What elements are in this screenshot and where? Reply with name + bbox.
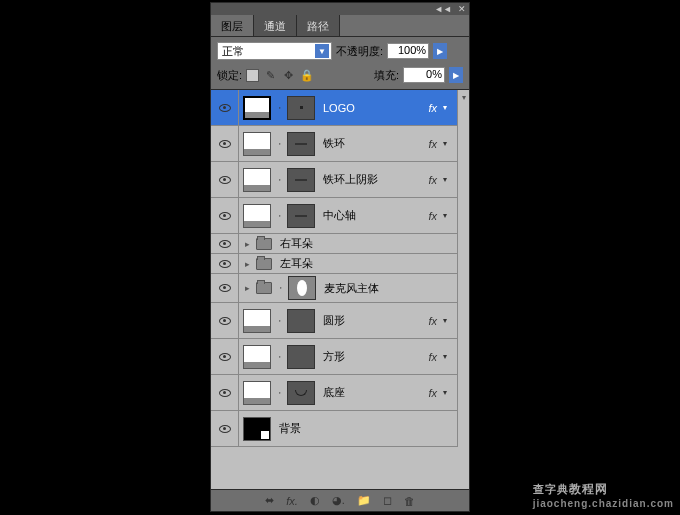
layer-row[interactable]: ▸左耳朵 (211, 254, 457, 274)
tab-paths[interactable]: 路径 (297, 15, 340, 36)
fx-expand-icon[interactable]: ▾ (443, 211, 453, 220)
visibility-toggle[interactable] (211, 254, 239, 273)
visibility-toggle[interactable] (211, 198, 239, 233)
mask-thumb[interactable] (287, 309, 315, 333)
link-icon[interactable]: ⬞ (275, 173, 283, 187)
fill-slider-btn[interactable]: ▶ (449, 67, 463, 83)
layer-thumb[interactable] (243, 309, 271, 333)
fx-menu-icon[interactable]: fx. (286, 495, 298, 507)
fx-expand-icon[interactable]: ▾ (443, 388, 453, 397)
mask-thumb[interactable] (287, 132, 315, 156)
layer-name[interactable]: 圆形 (319, 313, 424, 328)
mask-thumb[interactable] (287, 96, 315, 120)
opacity-slider-btn[interactable]: ▶ (433, 43, 447, 59)
visibility-toggle[interactable] (211, 411, 239, 446)
layer-thumb[interactable] (243, 204, 271, 228)
trash-icon[interactable]: 🗑 (404, 495, 415, 507)
link-icon[interactable]: ⬞ (275, 209, 283, 223)
visibility-toggle[interactable] (211, 162, 239, 197)
fx-badge[interactable]: fx (428, 315, 439, 327)
layer-thumb[interactable] (243, 345, 271, 369)
layer-thumb[interactable] (243, 132, 271, 156)
layer-name[interactable]: 中心轴 (319, 208, 424, 223)
mask-thumb[interactable] (288, 276, 316, 300)
tab-channels[interactable]: 通道 (254, 15, 297, 36)
fx-badge[interactable]: fx (428, 210, 439, 222)
lock-transparency-icon[interactable] (246, 69, 259, 82)
layer-row[interactable]: ⬞中心轴fx▾ (211, 198, 457, 234)
eye-icon (219, 140, 231, 148)
link-icon[interactable]: ⬞ (275, 386, 283, 400)
layer-name[interactable]: 背景 (275, 421, 453, 436)
mask-thumb[interactable] (287, 345, 315, 369)
fx-expand-icon[interactable]: ▾ (443, 139, 453, 148)
layer-row[interactable]: ⬞铁环fx▾ (211, 126, 457, 162)
eye-icon (219, 353, 231, 361)
link-icon[interactable]: ⬞ (275, 137, 283, 151)
link-layers-icon[interactable]: ⬌ (265, 494, 274, 507)
fx-badge[interactable]: fx (428, 387, 439, 399)
layer-name[interactable]: 铁环上阴影 (319, 172, 424, 187)
layer-row[interactable]: ⬞铁环上阴影fx▾ (211, 162, 457, 198)
visibility-toggle[interactable] (211, 303, 239, 338)
new-layer-icon[interactable]: ◻ (383, 494, 392, 507)
fx-expand-icon[interactable]: ▾ (443, 175, 453, 184)
layer-thumb[interactable] (243, 381, 271, 405)
link-icon[interactable]: ⬞ (275, 350, 283, 364)
layer-name[interactable]: 左耳朵 (276, 256, 453, 271)
layer-name[interactable]: LOGO (319, 102, 424, 114)
expand-icon[interactable]: ▸ (243, 239, 252, 249)
layer-thumb[interactable] (243, 96, 271, 120)
visibility-toggle[interactable] (211, 126, 239, 161)
mask-thumb[interactable] (287, 381, 315, 405)
fx-badge[interactable]: fx (428, 138, 439, 150)
mask-icon[interactable]: ◐ (310, 494, 320, 507)
layer-row[interactable]: ▸⬞麦克风主体 (211, 274, 457, 303)
visibility-toggle[interactable] (211, 339, 239, 374)
link-icon[interactable]: ⬞ (276, 281, 284, 295)
lock-move-icon[interactable]: ✥ (282, 69, 295, 82)
fx-badge[interactable]: fx (428, 174, 439, 186)
visibility-toggle[interactable] (211, 234, 239, 253)
new-group-icon[interactable]: 📁 (357, 494, 371, 507)
layers-scrollbar[interactable]: ▾ (457, 90, 469, 447)
folder-icon (256, 238, 272, 250)
collapse-icon[interactable]: ◄◄ (434, 4, 452, 14)
fx-badge[interactable]: fx (428, 351, 439, 363)
layer-name[interactable]: 底座 (319, 385, 424, 400)
layer-row[interactable]: 背景 (211, 411, 457, 447)
layer-thumb[interactable] (243, 168, 271, 192)
layer-row[interactable]: ⬞底座fx▾ (211, 375, 457, 411)
blend-mode-value: 正常 (222, 44, 244, 59)
link-icon[interactable]: ⬞ (275, 314, 283, 328)
mask-thumb[interactable] (287, 204, 315, 228)
layer-row[interactable]: ⬞圆形fx▾ (211, 303, 457, 339)
visibility-toggle[interactable] (211, 90, 239, 125)
fx-expand-icon[interactable]: ▾ (443, 316, 453, 325)
fill-input[interactable]: 0% (403, 67, 445, 83)
expand-icon[interactable]: ▸ (243, 283, 252, 293)
adjustment-icon[interactable]: ◕. (332, 494, 345, 507)
fx-expand-icon[interactable]: ▾ (443, 352, 453, 361)
visibility-toggle[interactable] (211, 375, 239, 410)
layer-row[interactable]: ⬞LOGOfx▾ (211, 90, 457, 126)
lock-all-icon[interactable]: 🔒 (300, 69, 313, 82)
layer-name[interactable]: 麦克风主体 (320, 281, 453, 296)
tab-layers[interactable]: 图层 (211, 15, 254, 36)
fx-badge[interactable]: fx (428, 102, 439, 114)
link-icon[interactable]: ⬞ (275, 101, 283, 115)
close-icon[interactable]: ✕ (458, 4, 466, 14)
layer-name[interactable]: 右耳朵 (276, 236, 453, 251)
layer-name[interactable]: 铁环 (319, 136, 424, 151)
opacity-input[interactable]: 100% (387, 43, 429, 59)
lock-brush-icon[interactable]: ✎ (264, 69, 277, 82)
layer-name[interactable]: 方形 (319, 349, 424, 364)
fx-expand-icon[interactable]: ▾ (443, 103, 453, 112)
mask-thumb[interactable] (287, 168, 315, 192)
visibility-toggle[interactable] (211, 274, 239, 302)
layer-row[interactable]: ▸右耳朵 (211, 234, 457, 254)
expand-icon[interactable]: ▸ (243, 259, 252, 269)
blend-mode-select[interactable]: 正常 ▼ (217, 42, 332, 60)
layer-thumb[interactable] (243, 417, 271, 441)
layer-row[interactable]: ⬞方形fx▾ (211, 339, 457, 375)
